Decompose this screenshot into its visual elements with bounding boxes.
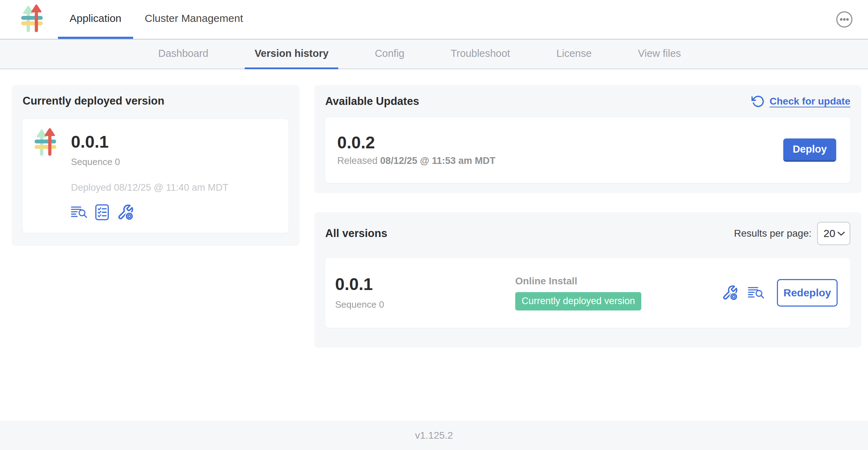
- subnav-item-dashboard[interactable]: Dashboard: [148, 40, 218, 69]
- version-history-page: Currently deployed version 0.0.1 Sequenc…: [0, 69, 868, 421]
- edit-config-button[interactable]: [117, 204, 134, 221]
- results-per-page: Results per page: 20: [734, 222, 850, 245]
- app-logo-icon: [20, 5, 48, 34]
- admin-console: Application Cluster Management Dashboard…: [0, 0, 868, 450]
- results-per-page-label: Results per page:: [734, 228, 811, 239]
- deployed-timestamp: Deployed 08/12/25 @ 11:40 am MDT: [71, 182, 228, 193]
- preflight-checks-button[interactable]: [95, 204, 109, 220]
- currently-deployed-title: Currently deployed version: [23, 95, 289, 107]
- deployed-version-number: 0.0.1: [71, 133, 228, 151]
- update-details: 0.0.2 Released 08/12/25 @ 11:53 am MDT: [337, 134, 495, 167]
- deploy-button[interactable]: Deploy: [783, 138, 836, 162]
- chevron-down-icon: [837, 231, 845, 236]
- app-header: Application Cluster Management: [0, 0, 868, 40]
- app-subnav: Dashboard Version history Config Trouble…: [0, 40, 868, 69]
- version-row: 0.0.1 Sequence 0 Online Install Currentl…: [325, 258, 850, 328]
- update-version-number: 0.0.2: [337, 134, 495, 152]
- subnav-item-view-files[interactable]: View files: [628, 40, 691, 69]
- currently-deployed-card: Currently deployed version 0.0.1 Sequenc…: [12, 85, 299, 246]
- subnav-item-version-history[interactable]: Version history: [245, 40, 339, 69]
- tab-application[interactable]: Application: [58, 0, 133, 39]
- right-column: Available Updates Check for update: [314, 85, 861, 348]
- install-type-label: Online Install: [515, 276, 722, 287]
- subnav-item-troubleshoot[interactable]: Troubleshoot: [441, 40, 520, 69]
- app-logo-icon: [33, 128, 61, 158]
- refresh-ccw-icon: [751, 95, 765, 108]
- deployed-sequence: Sequence 0: [71, 156, 228, 167]
- release-notes-search-icon: [748, 286, 764, 299]
- deployed-version-details: 0.0.1 Sequence 0 Deployed 08/12/25 @ 11:…: [71, 128, 228, 221]
- all-versions-card: All versions Results per page: 20: [314, 212, 861, 348]
- header-tabs: Application Cluster Management: [58, 0, 255, 39]
- available-updates-card: Available Updates Check for update: [314, 85, 861, 193]
- overflow-menu-button[interactable]: [836, 11, 853, 28]
- ellipsis-circle-icon: [836, 11, 853, 28]
- release-notes-button[interactable]: [71, 206, 87, 219]
- wrench-gear-icon: [117, 204, 134, 221]
- preflight-checklist-icon: [95, 204, 109, 220]
- all-versions-title: All versions: [325, 227, 387, 240]
- subnav-item-config[interactable]: Config: [365, 40, 414, 69]
- version-row-actions: Redeploy: [722, 279, 838, 307]
- deployed-version-actions: [71, 204, 228, 221]
- check-for-update-link[interactable]: Check for update: [751, 95, 850, 108]
- update-released-timestamp: Released 08/12/25 @ 11:53 am MDT: [337, 155, 495, 166]
- version-row-source: Online Install Currently deployed versio…: [515, 276, 722, 310]
- version-row-version: 0.0.1 Sequence 0: [335, 276, 515, 310]
- wrench-gear-icon: [722, 285, 738, 301]
- tab-cluster-management[interactable]: Cluster Management: [133, 0, 255, 39]
- available-update-row: 0.0.2 Released 08/12/25 @ 11:53 am MDT D…: [325, 117, 850, 183]
- available-updates-title: Available Updates: [325, 95, 419, 108]
- edit-config-button[interactable]: [722, 285, 738, 301]
- release-notes-search-icon: [71, 206, 87, 219]
- redeploy-button[interactable]: Redeploy: [777, 279, 838, 307]
- subnav-item-license[interactable]: License: [546, 40, 601, 69]
- deployed-version-panel: 0.0.1 Sequence 0 Deployed 08/12/25 @ 11:…: [23, 119, 289, 233]
- currently-deployed-badge: Currently deployed version: [515, 292, 641, 310]
- console-footer: v1.125.2: [0, 421, 868, 450]
- console-version: v1.125.2: [415, 430, 453, 441]
- results-per-page-select[interactable]: 20: [817, 222, 850, 245]
- release-notes-button[interactable]: [748, 286, 764, 299]
